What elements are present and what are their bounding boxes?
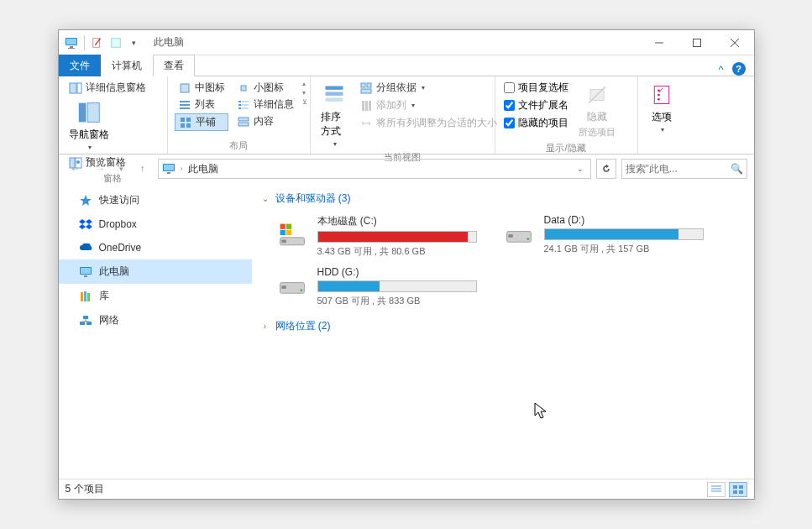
svg-rect-31	[242, 107, 249, 109]
options-icon	[648, 81, 675, 108]
small-icons-button[interactable]: 小图标	[233, 80, 297, 96]
drive-name: Data (D:)	[544, 214, 712, 226]
close-button[interactable]	[716, 30, 754, 55]
chevron-right-icon[interactable]: ›	[181, 165, 183, 173]
scroll-down-icon[interactable]: ▾	[302, 89, 307, 97]
sidebar-item-onedrive[interactable]: OneDrive	[59, 236, 252, 259]
search-input[interactable]	[626, 163, 727, 175]
svg-rect-80	[733, 490, 737, 494]
refresh-button[interactable]	[596, 159, 616, 179]
ribbon-group-show-hide: 项目复选框 文件扩展名 隐藏的项目 隐藏 所选项目 显示/隐藏	[495, 76, 638, 154]
scroll-up-icon[interactable]: ▴	[302, 80, 307, 87]
file-extensions-toggle[interactable]: 文件扩展名	[502, 97, 570, 113]
search-icon[interactable]: 🔍	[731, 163, 743, 175]
small-icons-icon	[237, 81, 250, 95]
svg-rect-40	[362, 101, 364, 111]
drive-item[interactable]: Data (D:)24.1 GB 可用 , 共 157 GB	[502, 214, 712, 258]
drive-name: HDD (G:)	[317, 266, 485, 278]
section-devices[interactable]: ⌄ 设备和驱动器 (3)	[260, 188, 746, 209]
group-by-button[interactable]: 分组依据▾	[356, 80, 500, 96]
svg-rect-81	[739, 490, 743, 494]
options-button[interactable]: 选项 ▾	[645, 80, 678, 135]
quick-access-toolbar: ▾	[59, 35, 142, 50]
svg-rect-7	[694, 39, 701, 46]
drive-stats: 3.43 GB 可用 , 共 80.6 GB	[317, 245, 485, 258]
svg-rect-73	[281, 285, 286, 289]
tab-computer[interactable]: 计算机	[101, 55, 153, 76]
drive-item[interactable]: HDD (G:)507 GB 可用 , 共 833 GB	[275, 266, 485, 307]
chevron-down-icon[interactable]: ⌄	[577, 165, 584, 173]
svg-rect-68	[286, 230, 291, 235]
svg-rect-79	[739, 485, 743, 489]
svg-point-47	[657, 94, 660, 97]
checkbox[interactable]	[504, 100, 515, 111]
chevron-down-icon: ▾	[88, 144, 92, 151]
tab-file[interactable]: 文件	[59, 55, 101, 76]
properties-icon[interactable]	[90, 35, 105, 50]
drive-icon	[275, 214, 309, 258]
svg-rect-42	[369, 101, 371, 111]
drive-stats: 507 GB 可用 , 共 833 GB	[317, 295, 485, 307]
tiles-view-toggle[interactable]	[729, 482, 747, 497]
tab-view[interactable]: 查看	[153, 55, 195, 76]
svg-rect-55	[81, 292, 83, 301]
breadcrumb[interactable]: › 此电脑 ⌄	[158, 159, 591, 179]
content-button[interactable]: 内容	[233, 113, 297, 129]
svg-rect-10	[70, 83, 76, 93]
section-network-locations[interactable]: › 网络位置 (2)	[260, 316, 746, 337]
collapse-ribbon-icon[interactable]: ^	[718, 63, 723, 76]
svg-rect-70	[508, 234, 512, 238]
sort-by-button[interactable]: 排序方式 ▾	[317, 80, 351, 149]
chevron-right-icon[interactable]: ›	[260, 322, 270, 331]
svg-rect-22	[186, 118, 191, 122]
drive-item[interactable]: 本地磁盘 (C:)3.43 GB 可用 , 共 80.6 GB	[275, 214, 485, 258]
help-icon[interactable]: ?	[732, 62, 746, 76]
chevron-down-icon[interactable]: ⌄	[260, 194, 270, 203]
network-icon	[79, 314, 92, 327]
hidden-items-toggle[interactable]: 隐藏的项目	[502, 115, 570, 131]
maximize-button[interactable]	[678, 30, 716, 55]
medium-icons-button[interactable]: 中图标	[175, 80, 228, 96]
details-pane-button[interactable]: 详细信息窗格	[65, 80, 149, 96]
expand-gallery-icon[interactable]: ⊻	[302, 98, 307, 106]
tiles-icon	[179, 116, 192, 129]
search-box[interactable]: 🔍	[621, 159, 747, 179]
qat-dropdown-icon[interactable]: ▾	[127, 35, 142, 50]
svg-point-74	[300, 289, 302, 291]
svg-rect-32	[238, 118, 249, 121]
sidebar-item-libraries[interactable]: 库	[59, 284, 252, 308]
sort-icon	[321, 81, 348, 108]
sidebar-item-dropbox[interactable]: Dropbox	[59, 212, 252, 236]
up-button[interactable]: ↑	[133, 159, 153, 179]
libraries-icon	[79, 290, 92, 303]
tiles-button[interactable]: 平铺	[175, 113, 228, 131]
svg-rect-34	[325, 86, 343, 90]
back-button[interactable]: ←	[65, 159, 86, 179]
svg-rect-78	[733, 485, 737, 489]
svg-rect-54	[84, 275, 87, 277]
item-checkboxes-toggle[interactable]: 项目复选框	[502, 80, 570, 96]
forward-button[interactable]: →	[91, 159, 111, 179]
sidebar-item-this-pc[interactable]: 此电脑	[59, 259, 252, 284]
minimize-button[interactable]	[641, 30, 678, 55]
svg-point-71	[526, 238, 529, 240]
group-by-icon	[359, 81, 373, 95]
drive-stats: 24.1 GB 可用 , 共 157 GB	[544, 243, 712, 255]
list-button[interactable]: 列表	[175, 97, 228, 113]
drives-list: 本地磁盘 (C:)3.43 GB 可用 , 共 80.6 GBData (D:)…	[260, 209, 746, 316]
qat-blank[interactable]	[108, 35, 123, 50]
checkbox[interactable]	[504, 82, 515, 93]
recent-locations-button[interactable]: ▾	[116, 159, 128, 179]
sidebar-item-quick-access[interactable]: 快速访问	[59, 188, 252, 212]
svg-rect-3	[68, 48, 75, 49]
checkbox[interactable]	[504, 118, 515, 128]
details-view-toggle[interactable]	[707, 482, 726, 497]
svg-rect-64	[281, 240, 286, 244]
navigation-pane-button[interactable]: 导航窗格 ▾	[65, 97, 113, 153]
svg-rect-33	[238, 123, 249, 126]
sidebar-item-network[interactable]: 网络	[59, 308, 252, 333]
breadcrumb-segment[interactable]: 此电脑	[188, 162, 218, 176]
details-button[interactable]: 详细信息	[233, 97, 297, 113]
svg-rect-11	[77, 83, 81, 93]
size-columns-icon	[359, 117, 373, 130]
